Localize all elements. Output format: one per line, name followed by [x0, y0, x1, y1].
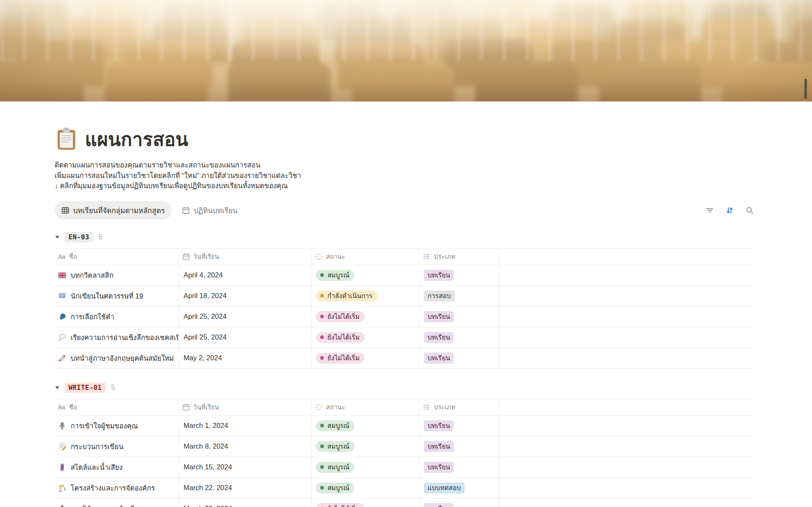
lesson-title: การวิจัยและการอ้างอิง [71, 503, 138, 507]
status-dot [320, 444, 324, 448]
tab-label: บทเรียนที่จัดกลุ่มตามหลักสูตร [73, 205, 165, 216]
status-pill[interactable]: สมบูรณ์ [316, 441, 354, 452]
type-tag[interactable]: บทเรียน [424, 353, 454, 364]
memo-icon [58, 442, 67, 451]
collapse-triangle-icon[interactable] [55, 234, 60, 240]
group-count: 5 [99, 233, 102, 241]
group-pill[interactable]: EN-03 [65, 232, 93, 242]
group-header-write01: WRITE-01 5 [55, 383, 754, 393]
collapse-triangle-icon[interactable] [55, 385, 60, 390]
description-line: ติดตามแผนการสอนของคุณตามรายวิชาและสถานะข… [55, 160, 754, 170]
view-toolbar: บทเรียนที่จัดกลุ่มตามหลักสูตร ปฏิทินบทเร… [55, 201, 754, 219]
list-icon [423, 253, 431, 260]
status-pill[interactable]: ยังไม่ได้เริ่ม [316, 332, 365, 343]
type-tag[interactable]: บทเรียน [424, 270, 454, 281]
sort-icon[interactable] [725, 206, 734, 215]
type-tag[interactable]: บทเรียน [424, 311, 454, 322]
column-header-name[interactable]: Aa ชื่อ [55, 249, 179, 265]
status-pill[interactable]: สมบูรณ์ [316, 420, 354, 431]
cover-image[interactable] [0, 0, 812, 101]
description-line: เพิ่มแผนการสอนใหม่ในรายวิชาโดยคลิกที่ "ใ… [55, 170, 754, 181]
view-tabs: บทเรียนที่จัดกลุ่มตามหลักสูตร ปฏิทินบทเร… [55, 201, 241, 219]
column-header-status[interactable]: สถานะ [312, 399, 420, 415]
table-row[interactable]: การเข้าใจผู้ชมของคุณ March 1, 2024 สมบูร… [55, 416, 754, 436]
status-dot [320, 465, 324, 469]
lesson-date: March 15, 2024 [179, 457, 312, 477]
status-pill[interactable]: สมบูรณ์ [316, 270, 354, 281]
text-icon: Aa [58, 403, 66, 411]
uk-flag-icon [58, 271, 67, 280]
status-dot [320, 356, 324, 360]
filter-icon[interactable] [705, 206, 714, 215]
table-row[interactable]: นักเขียนในศตวรรษที่ 19 April 18, 2024 กำ… [55, 286, 754, 307]
lesson-title: สไตล์และน้ำเสียง [71, 462, 123, 473]
status-spinner-icon [315, 253, 323, 260]
crane-icon [58, 484, 67, 492]
status-pill[interactable]: ยังไม่ได้เริ่ม [316, 311, 365, 322]
rocket-icon [58, 354, 67, 362]
description-line: ↓ คลิกที่มุมมองฐานข้อมูลปฏิทินบทเรียนเพื… [55, 181, 754, 191]
table-row[interactable]: เรียงความการอ่านเชิงลึกของเชคสเปียร์ Apr… [55, 327, 754, 348]
column-header-status[interactable]: สถานะ [312, 249, 420, 265]
type-tag[interactable]: แบบทดสอบ [424, 482, 465, 493]
tab-label: ปฏิทินบทเรียน [194, 205, 238, 216]
calendar-icon [182, 206, 190, 214]
microphone-icon [58, 422, 67, 430]
table-row[interactable]: การเลือกใช้คำ April 25, 2024 ยังไม่ได้เร… [55, 307, 754, 327]
status-pill[interactable]: กำลังดำเนินการ [316, 290, 378, 301]
type-tag[interactable]: การสอบ [424, 290, 455, 301]
lesson-title: บทกวีคลาสสิก [71, 270, 113, 281]
status-pill[interactable]: สมบูรณ์ [316, 462, 354, 473]
lesson-date: March 8, 2024 [179, 436, 312, 457]
column-header-empty [499, 399, 754, 415]
lesson-date: April 25, 2024 [179, 327, 312, 348]
lesson-date: April 18, 2024 [179, 286, 312, 306]
column-header-type[interactable]: ประเภท [420, 249, 499, 265]
page-title: แผนการสอน [85, 124, 188, 154]
table-header: Aa ชื่อ วันที่เรียน สถานะ ประเภท [55, 399, 754, 416]
status-dot [320, 294, 324, 298]
status-pill[interactable]: ยังไม่ได้เริ่ม [316, 503, 365, 507]
status-dot [320, 424, 324, 428]
tab-lesson-calendar[interactable]: ปฏิทินบทเรียน [178, 201, 242, 219]
page-body: แผนการสอน ติดตามแผนการสอนของคุณตามรายวิช… [0, 124, 754, 507]
column-header-date[interactable]: วันที่เรียน [179, 399, 312, 415]
status-dot [320, 335, 324, 339]
column-header-date[interactable]: วันที่เรียน [179, 249, 312, 265]
type-tag[interactable]: บทเรียน [424, 420, 454, 431]
lesson-title: กระบวนการเขียน [71, 441, 123, 452]
lesson-date: April 25, 2024 [179, 307, 312, 327]
type-tag[interactable]: บทเรียน [424, 462, 454, 473]
scrollbar[interactable] [804, 79, 807, 99]
column-header-name[interactable]: Aa ชื่อ [55, 399, 179, 415]
table-row[interactable]: โครงสร้างและการจัดองค์กร March 22, 2024 … [55, 478, 754, 499]
table-row[interactable]: การวิจัยและการอ้างอิง March 29, 2024 ยัง… [55, 499, 754, 507]
column-header-type[interactable]: ประเภท [420, 399, 499, 415]
type-tag[interactable]: บทเรียน [424, 332, 454, 343]
table-icon [61, 206, 69, 214]
type-tag[interactable]: บทเรียน [424, 503, 454, 507]
lesson-title: โครงสร้างและการจัดองค์กร [71, 482, 155, 493]
tab-lessons-grouped-by-course[interactable]: บทเรียนที่จัดกลุ่มตามหลักสูตร [55, 201, 172, 219]
type-tag[interactable]: บทเรียน [424, 441, 454, 452]
clipboard-icon[interactable] [55, 127, 78, 151]
table-row[interactable]: กระบวนการเขียน March 8, 2024 สมบูรณ์ บทเ… [55, 436, 754, 457]
barber-pole-icon [58, 463, 67, 471]
status-pill[interactable]: สมบูรณ์ [316, 482, 354, 493]
status-pill[interactable]: ยังไม่ได้เริ่ม [316, 353, 365, 364]
table-row[interactable]: บทกวีคลาสสิก April 4, 2024 สมบูรณ์ บทเรี… [55, 265, 754, 286]
calendar-icon [182, 403, 190, 411]
search-icon[interactable] [745, 206, 754, 215]
lesson-title: การเลือกใช้คำ [71, 311, 114, 322]
table-row[interactable]: สไตล์และน้ำเสียง March 15, 2024 สมบูรณ์ … [55, 457, 754, 478]
lesson-date: March 1, 2024 [179, 416, 312, 436]
lesson-date: May 2, 2024 [179, 348, 312, 368]
lesson-title: บทนำสู่ภาษาอังกฤษยุคต้นสมัยใหม่ [71, 353, 174, 364]
table-row[interactable]: บทนำสู่ภาษาอังกฤษยุคต้นสมัยใหม่ May 2, 2… [55, 348, 754, 369]
page-header: แผนการสอน [55, 124, 754, 154]
view-actions [705, 206, 754, 215]
lesson-title: นักเขียนในศตวรรษที่ 19 [71, 290, 143, 301]
text-icon: Aa [58, 253, 66, 260]
group-pill[interactable]: WRITE-01 [65, 383, 106, 393]
lesson-date: March 22, 2024 [179, 478, 312, 498]
